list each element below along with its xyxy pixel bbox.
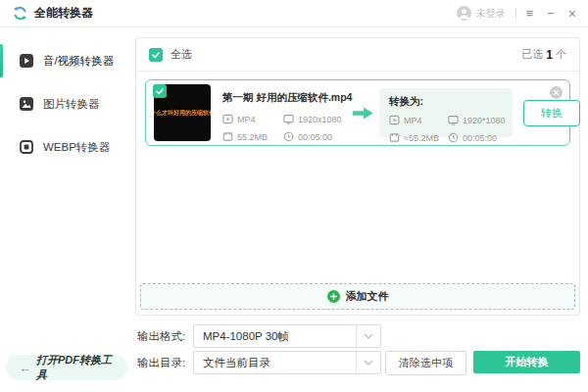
selected-count: 已选 1 个: [521, 47, 566, 62]
back-arrow-icon: ←: [19, 361, 31, 375]
output-dir-value: 文件当前目录: [194, 356, 356, 370]
minimize-icon[interactable]: −: [547, 7, 555, 20]
add-files-button[interactable]: 添加文件: [140, 283, 575, 310]
source-file-info: 第一期 好用的压缩软件.mp4 MP4 1920x1080 55.2MB: [222, 80, 346, 145]
source-duration: 00:05:00: [283, 131, 346, 142]
output-dir-select[interactable]: 文件当前目录: [193, 351, 381, 374]
avatar[interactable]: [457, 6, 471, 21]
clock-icon: [448, 132, 459, 143]
target-file-info: 转换为: MP4 1920*1080 ≈55.2MB: [379, 88, 513, 137]
start-convert-button[interactable]: 开始转换: [473, 351, 580, 373]
file-name: 第一期 好用的压缩软件.mp4: [222, 91, 346, 105]
main-area: 全选 已选 1 个 什么才叫好用的压缩软件 第一期 好用的: [127, 27, 588, 392]
output-format-select[interactable]: MP4-1080P 30帧: [193, 324, 381, 348]
titlebar-divider: [515, 8, 516, 19]
add-files-label: 添加文件: [346, 289, 389, 304]
target-resolution: 1920*1080: [448, 115, 506, 125]
list-toolbar: 全选 已选 1 个: [136, 38, 579, 72]
output-format-row: 输出格式: MP4-1080P 30帧: [137, 324, 381, 348]
chevron-down-icon: [356, 352, 380, 373]
file-checkbox[interactable]: [153, 84, 167, 98]
app-title: 全能转换器: [34, 5, 93, 22]
target-format: MP4: [389, 115, 448, 125]
webp-converter-icon: [19, 139, 34, 155]
thumbnail-text: 什么才叫好用的压缩软件: [154, 109, 211, 118]
login-status[interactable]: 未登录: [476, 7, 506, 21]
image-converter-icon: [19, 96, 34, 112]
convert-button[interactable]: 转换: [523, 100, 580, 126]
select-all-label: 全选: [171, 47, 192, 62]
convert-to-label: 转换为:: [389, 95, 503, 109]
screen-icon: [283, 114, 294, 124]
output-format-label: 输出格式:: [137, 329, 193, 344]
source-resolution: 1920x1080: [283, 114, 346, 124]
play-file-icon: [222, 114, 233, 124]
close-icon[interactable]: ×: [568, 7, 576, 21]
open-pdf-tool-button[interactable]: ← 打开PDF转换工具: [6, 355, 127, 380]
file-list-panel: 全选 已选 1 个 什么才叫好用的压缩软件 第一期 好用的: [135, 37, 580, 316]
chevron-down-icon: [356, 325, 380, 347]
play-file-icon: [389, 115, 400, 125]
clear-selected-button[interactable]: 清除选中项: [385, 351, 466, 375]
titlebar: 全能转换器 未登录 ≡ − ×: [0, 0, 588, 27]
file-card: 什么才叫好用的压缩软件 第一期 好用的压缩软件.mp4 MP4 1920x108…: [145, 79, 570, 146]
bottom-actions: 清除选中项 开始转换: [385, 351, 580, 375]
source-size: 55.2MB: [222, 131, 283, 142]
output-dir-label: 输出目录:: [137, 356, 193, 370]
convert-arrow-icon: [346, 80, 379, 145]
sidebar-item-audio-video-converter[interactable]: 音/视频转换器: [0, 39, 127, 82]
clock-icon: [283, 131, 294, 142]
sidebar-item-label: 音/视频转换器: [43, 54, 114, 69]
target-duration: 00:05:00: [448, 132, 506, 143]
sidebar-item-image-converter[interactable]: 图片转换器: [0, 82, 127, 125]
source-format: MP4: [222, 114, 283, 124]
select-all-checkbox[interactable]: [149, 48, 163, 62]
screen-icon: [448, 115, 459, 125]
plus-icon: [327, 290, 340, 303]
sidebar-item-webp-converter[interactable]: WEBP转换器: [0, 125, 127, 169]
output-format-value: MP4-1080P 30帧: [194, 329, 356, 344]
sidebar-item-label: WEBP转换器: [43, 140, 110, 155]
storage-icon: [389, 132, 400, 143]
menu-icon[interactable]: ≡: [526, 7, 534, 20]
remove-file-icon[interactable]: [550, 86, 563, 99]
sidebar: 音/视频转换器 图片转换器 WEBP转换器 ← 打开P: [0, 27, 127, 392]
sidebar-item-label: 图片转换器: [43, 97, 100, 112]
target-size: ≈55.2MB: [389, 132, 448, 143]
audio-video-converter-icon: [19, 53, 34, 69]
storage-icon: [222, 131, 233, 142]
pdf-tool-label: 打开PDF转换工具: [36, 353, 115, 382]
output-dir-row: 输出目录: 文件当前目录: [137, 351, 381, 374]
app-logo-icon: [12, 5, 28, 22]
